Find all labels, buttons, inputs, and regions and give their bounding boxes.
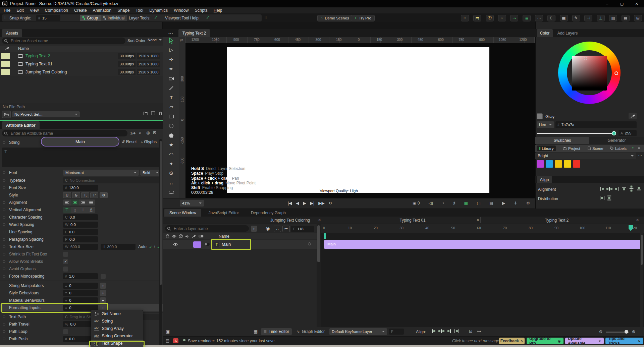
update-available-button[interactable]: Update Available✳ bbox=[565, 338, 604, 344]
timer-icon[interactable]: ◔ bbox=[442, 201, 444, 206]
work-area-in-marker[interactable] bbox=[324, 233, 326, 239]
search-zoom-icon[interactable]: ⌕ bbox=[139, 130, 141, 135]
step-forward-button[interactable]: ▶| bbox=[310, 201, 314, 206]
rows-icon[interactable]: ▤ bbox=[622, 15, 630, 21]
graph-editor-button[interactable]: ∿ Graph Editor bbox=[294, 328, 327, 335]
direct-select-tool[interactable]: ▷ bbox=[164, 46, 179, 54]
pen-tool[interactable]: ✒ bbox=[164, 65, 179, 73]
magnet-icon[interactable]: ⊶ bbox=[477, 329, 481, 334]
layer-scrollbar-thumb[interactable] bbox=[317, 225, 320, 262]
add-string-manipulator-button[interactable]: + bbox=[100, 283, 106, 289]
saturation-value-square[interactable] bbox=[572, 56, 607, 91]
feedback-button[interactable]: Feedback✎ bbox=[499, 338, 525, 344]
shrink-to-fit-checkbox[interactable] bbox=[63, 252, 68, 257]
hex-mode-select[interactable]: Hex bbox=[537, 121, 554, 128]
ellipse-tool[interactable] bbox=[164, 122, 179, 130]
panel-layout-icon[interactable]: ▦ bbox=[254, 329, 258, 334]
timeline-area[interactable] bbox=[321, 224, 644, 327]
camera-tool[interactable] bbox=[164, 74, 179, 83]
canvas[interactable] bbox=[227, 47, 489, 193]
menu-shape[interactable]: Shape bbox=[114, 7, 132, 13]
arc-tool[interactable]: ◠ bbox=[164, 150, 179, 159]
try-pro-button[interactable]: ⚡ Try Pro bbox=[351, 15, 375, 21]
asset-name[interactable]: Typing Text 01 bbox=[25, 62, 52, 66]
upgrade-to-pro-button[interactable]: Upgrade to Pro◉ bbox=[527, 338, 564, 344]
menu-edit[interactable]: Edit bbox=[13, 7, 27, 13]
kf-distribute-button[interactable] bbox=[454, 329, 460, 334]
connector-circle[interactable] bbox=[3, 268, 5, 270]
align-bottom-icon[interactable]: ⊥ bbox=[597, 15, 605, 21]
close-button[interactable]: ✕ bbox=[629, 0, 644, 7]
moon-icon[interactable]: ☾ bbox=[547, 15, 555, 21]
avoid-orphans-checkbox[interactable] bbox=[63, 267, 68, 272]
clear-search-icon[interactable]: ⊠ bbox=[153, 130, 156, 135]
timeline-scrollbar-thumb[interactable] bbox=[641, 235, 643, 265]
color-swatch[interactable] bbox=[537, 160, 544, 168]
frame-icon[interactable] bbox=[151, 111, 155, 115]
kf-align-left-button[interactable] bbox=[431, 329, 437, 334]
skew-tool[interactable]: ▱ bbox=[164, 103, 179, 111]
tab-attribute-editor[interactable]: Attribute Editor bbox=[2, 121, 40, 129]
capsule-tool[interactable] bbox=[164, 188, 179, 197]
table-icon[interactable]: ▦ bbox=[560, 15, 568, 21]
palette-options-icon[interactable]: ⋯ bbox=[638, 153, 642, 158]
add-layer-button[interactable]: + bbox=[251, 226, 257, 232]
line-tool[interactable] bbox=[164, 84, 179, 93]
star-tool[interactable]: ★ bbox=[164, 140, 179, 149]
viewport-tool-help-check-icon[interactable]: ✓ bbox=[206, 15, 210, 20]
align-right-button[interactable] bbox=[614, 186, 620, 191]
skip-start-button[interactable]: |◀ bbox=[288, 201, 292, 206]
menu-animation[interactable]: Animation bbox=[90, 7, 115, 13]
valign-baseline-button[interactable]: A bbox=[87, 207, 95, 213]
style-behaviours-field[interactable]: ≡0 bbox=[63, 290, 98, 296]
context-item-get-name[interactable]: Get Name bbox=[91, 310, 143, 317]
play-button[interactable]: ▶ bbox=[303, 201, 306, 206]
color-swatch[interactable] bbox=[555, 160, 562, 168]
menu-help[interactable]: Help bbox=[211, 7, 225, 13]
connector-circle[interactable] bbox=[3, 253, 5, 255]
align-left-button[interactable] bbox=[63, 199, 71, 206]
keyframe-options-icon[interactable]: ⊡ bbox=[469, 329, 472, 334]
frame-input[interactable]: F118 bbox=[291, 226, 314, 232]
align-bars-icon[interactable]: ≣ bbox=[523, 15, 531, 21]
trash-icon[interactable] bbox=[159, 111, 162, 115]
align-bottom-button[interactable] bbox=[637, 186, 642, 192]
grid-icon[interactable]: ⊞ bbox=[634, 15, 642, 21]
align-top-button[interactable] bbox=[622, 186, 627, 192]
align-center-h-button[interactable] bbox=[606, 186, 612, 191]
drag-handle-icon[interactable]: ⠿ bbox=[4, 15, 6, 20]
cube-icon[interactable]: ⬒ bbox=[473, 15, 481, 21]
play-options-icon[interactable]: ▶ bbox=[502, 201, 505, 206]
filmstrip-icon[interactable]: ▣ bbox=[166, 329, 170, 334]
project-set-select[interactable]: No Project Set... bbox=[12, 111, 80, 117]
context-item-string-generator[interactable]: abcString Generator bbox=[91, 332, 143, 340]
strikethrough-button[interactable]: S bbox=[72, 192, 80, 198]
align-left-button[interactable] bbox=[599, 186, 605, 191]
connector-circle[interactable] bbox=[3, 238, 5, 241]
paragraph-spacing-input[interactable]: P0.0 bbox=[63, 236, 98, 242]
loop-button[interactable]: ↻ bbox=[329, 201, 332, 206]
render-icon[interactable]: ▤ bbox=[489, 201, 493, 206]
tips-and-tricks-button[interactable]: Tips and Tricks➤ bbox=[605, 338, 643, 344]
filter-library[interactable]: ||| Library bbox=[537, 146, 556, 151]
connector-circle[interactable] bbox=[3, 330, 5, 333]
layer-color-swatch[interactable] bbox=[193, 241, 201, 248]
menu-file[interactable]: File bbox=[1, 7, 13, 13]
tab-dependency-graph[interactable]: Dependency Graph bbox=[246, 209, 290, 217]
eye-icon[interactable] bbox=[172, 234, 176, 238]
context-item-string[interactable]: abcString bbox=[91, 317, 143, 325]
subscript-button[interactable]: T, bbox=[81, 192, 89, 198]
connector-circle[interactable] bbox=[3, 209, 5, 211]
tab-javascript-editor[interactable]: JavaScript Editor bbox=[203, 209, 245, 217]
menu-dynamics[interactable]: Dynamics bbox=[146, 7, 171, 13]
distribute-v-button[interactable] bbox=[607, 195, 612, 201]
minimize-button[interactable]: – bbox=[600, 0, 614, 7]
pentagon-tool[interactable] bbox=[164, 131, 179, 140]
error-count-badge[interactable]: 6 bbox=[173, 338, 178, 343]
close-icon[interactable]: ✕ bbox=[318, 218, 321, 222]
close-icon[interactable]: ✕ bbox=[476, 218, 479, 222]
skip-end-button[interactable]: ▶▶ bbox=[318, 201, 324, 206]
footer-frame-field[interactable]: F- bbox=[389, 329, 404, 335]
reset-button[interactable]: ↺ Reset bbox=[121, 139, 137, 144]
line-spacing-input[interactable]: L0.0 bbox=[63, 229, 98, 235]
